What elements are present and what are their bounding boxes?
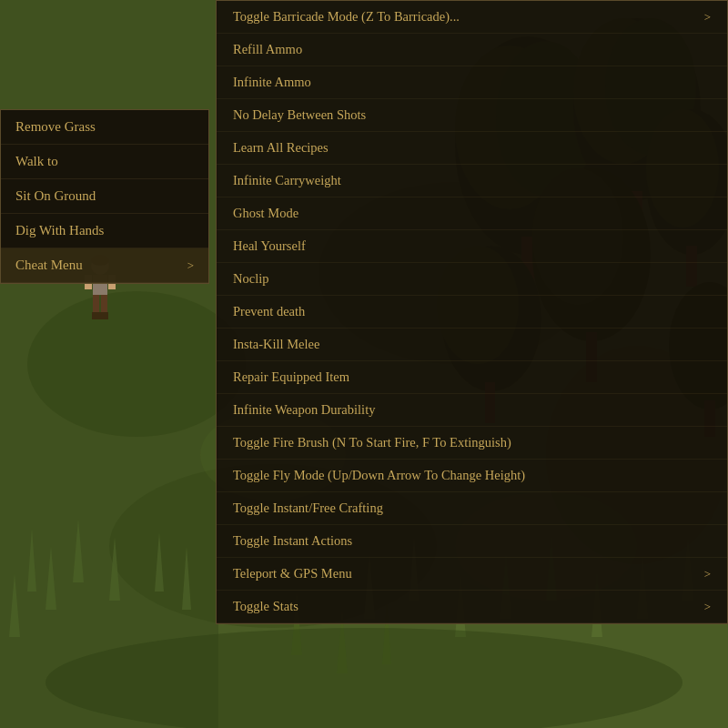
cheat-label-teleport-gps: Teleport & GPS Menu	[233, 566, 352, 581]
cheat-item-prevent-death[interactable]: Prevent death	[217, 296, 727, 329]
cheat-label-toggle-stats: Toggle Stats	[233, 599, 298, 614]
cheat-item-learn-all-recipes[interactable]: Learn All Recipes	[217, 132, 727, 165]
cheat-label-repair-equipped: Repair Equipped Item	[233, 369, 349, 385]
cheat-item-teleport-gps[interactable]: Teleport & GPS Menu>	[217, 558, 727, 591]
context-menu-label-sit-on-ground: Sit On Ground	[15, 188, 96, 204]
cheat-label-insta-kill-melee: Insta-Kill Melee	[233, 337, 319, 352]
svg-rect-52	[92, 312, 100, 319]
cheat-label-toggle-instant-crafting: Toggle Instant/Free Crafting	[233, 500, 383, 516]
cheat-item-toggle-instant-crafting[interactable]: Toggle Instant/Free Crafting	[217, 492, 727, 525]
cheat-label-heal-yourself: Heal Yourself	[233, 238, 306, 254]
cheat-label-infinite-ammo: Infinite Ammo	[233, 75, 311, 90]
context-menu-item-cheat-menu[interactable]: Cheat Menu>	[1, 248, 208, 283]
cheat-label-refill-ammo: Refill Ammo	[233, 42, 302, 57]
arrow-icon: >	[704, 10, 711, 25]
cheat-label-no-delay: No Delay Between Shots	[233, 107, 366, 123]
context-menu: Remove GrassWalk toSit On GroundDig With…	[0, 109, 209, 284]
cheat-item-infinite-ammo[interactable]: Infinite Ammo	[217, 66, 727, 99]
cheat-item-no-delay[interactable]: No Delay Between Shots	[217, 99, 727, 132]
cheat-item-toggle-fire-brush[interactable]: Toggle Fire Brush (N To Start Fire, F To…	[217, 427, 727, 460]
cheat-submenu: Toggle Barricade Mode (Z To Barricade)..…	[216, 0, 728, 624]
arrow-icon: >	[187, 258, 194, 273]
cheat-label-toggle-fire-brush: Toggle Fire Brush (N To Start Fire, F To…	[233, 435, 511, 450]
cheat-item-toggle-barricade[interactable]: Toggle Barricade Mode (Z To Barricade)..…	[217, 1, 727, 34]
arrow-icon: >	[704, 600, 711, 614]
cheat-item-refill-ammo[interactable]: Refill Ammo	[217, 34, 727, 66]
cheat-label-toggle-instant-actions: Toggle Instant Actions	[233, 533, 352, 549]
cheat-label-infinite-weapon-durability: Infinite Weapon Durability	[233, 402, 375, 418]
cheat-label-learn-all-recipes: Learn All Recipes	[233, 140, 329, 156]
context-menu-item-sit-on-ground[interactable]: Sit On Ground	[1, 179, 208, 214]
cheat-label-toggle-fly-mode: Toggle Fly Mode (Up/Down Arrow To Change…	[233, 468, 525, 483]
cheat-item-insta-kill-melee[interactable]: Insta-Kill Melee	[217, 329, 727, 361]
context-menu-item-remove-grass[interactable]: Remove Grass	[1, 110, 208, 145]
context-menu-item-dig-with-hands[interactable]: Dig With Hands	[1, 214, 208, 248]
cheat-label-prevent-death: Prevent death	[233, 304, 305, 319]
context-menu-label-remove-grass: Remove Grass	[15, 119, 96, 135]
cheat-label-noclip: Noclip	[233, 271, 268, 287]
svg-rect-50	[93, 295, 99, 315]
cheat-item-noclip[interactable]: Noclip	[217, 263, 727, 296]
cheat-item-toggle-fly-mode[interactable]: Toggle Fly Mode (Up/Down Arrow To Change…	[217, 460, 727, 492]
svg-rect-51	[101, 295, 107, 315]
context-menu-item-walk-to[interactable]: Walk to	[1, 145, 208, 179]
cheat-label-ghost-mode: Ghost Mode	[233, 206, 298, 221]
context-menu-label-walk-to: Walk to	[15, 154, 58, 169]
arrow-icon: >	[704, 567, 711, 581]
cheat-item-toggle-stats[interactable]: Toggle Stats>	[217, 591, 727, 623]
cheat-item-toggle-instant-actions[interactable]: Toggle Instant Actions	[217, 525, 727, 558]
cheat-item-heal-yourself[interactable]: Heal Yourself	[217, 230, 727, 263]
cheat-item-infinite-weapon-durability[interactable]: Infinite Weapon Durability	[217, 394, 727, 427]
context-menu-label-cheat-menu: Cheat Menu	[15, 258, 83, 273]
context-menu-label-dig-with-hands: Dig With Hands	[15, 223, 104, 238]
cheat-label-toggle-barricade: Toggle Barricade Mode (Z To Barricade)..…	[233, 9, 460, 25]
cheat-item-repair-equipped[interactable]: Repair Equipped Item	[217, 361, 727, 394]
cheat-item-infinite-carryweight[interactable]: Infinite Carryweight	[217, 165, 727, 197]
svg-rect-53	[100, 312, 108, 319]
cheat-label-infinite-carryweight: Infinite Carryweight	[233, 173, 341, 188]
cheat-item-ghost-mode[interactable]: Ghost Mode	[217, 197, 727, 230]
